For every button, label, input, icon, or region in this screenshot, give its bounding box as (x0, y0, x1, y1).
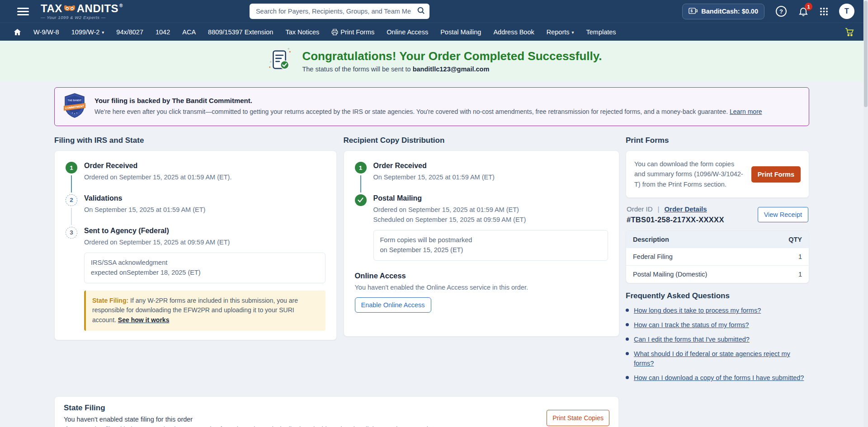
bullet-icon (626, 338, 629, 341)
nav-item-home[interactable] (14, 28, 21, 36)
order-summary-row: Order ID | Order Details #TBS01-258-217X… (627, 205, 808, 224)
recipient-step-postal-mailing: Postal Mailing Ordered on September 15, … (355, 194, 608, 261)
logo-text-andits: ANDITS (77, 3, 118, 14)
filing-heading: Filing with IRS and State (54, 136, 337, 145)
nav-item-94x8027[interactable]: 94x/8027 (116, 28, 143, 36)
banditcash-label: BanditCash: $0.00 (701, 8, 758, 15)
user-avatar[interactable]: T (839, 4, 854, 19)
faq-link-download-copy[interactable]: How can I download a copy of the forms I… (634, 373, 804, 383)
filing-step-validations: 2 Validations On September 15, 2025 at 0… (66, 194, 326, 227)
notifications-button[interactable]: 1 (798, 6, 809, 17)
nav-item-tax-notices[interactable]: Tax Notices (285, 28, 319, 36)
faq-link-track-status[interactable]: How can I track the status of my forms? (634, 320, 749, 330)
cart-button[interactable] (844, 27, 854, 37)
notification-email: banditllc123@gmail.com (413, 66, 490, 73)
commitment-title: Your filing is backed by The Bandit Comm… (94, 97, 762, 104)
main-content: THE BANDITCOMMITMENT Your filing is back… (0, 81, 868, 427)
step-number-badge: 3 (66, 227, 77, 239)
recipient-step-order-received: 1 Order Received On September 15, 2025 a… (355, 162, 608, 194)
postmark-note: Form copies will be postmarked on Septem… (373, 230, 608, 261)
online-access-section: Online Access You haven't enabled the On… (355, 272, 608, 313)
state-filing-note: State Filing: If any W-2PR forms are inc… (84, 291, 326, 331)
svg-text:$: $ (691, 9, 693, 13)
state-filing-heading: State Filing (64, 404, 459, 413)
print-state-copies-button[interactable]: Print State Copies (547, 410, 609, 426)
nav-item-address-book[interactable]: Address Book (493, 28, 534, 36)
search-icon[interactable] (417, 6, 425, 16)
filing-step-order-received: 1 Order Received Ordered on September 15… (66, 162, 326, 194)
list-item: What should I do if federal or state age… (626, 349, 809, 368)
grid-icon (820, 7, 828, 16)
filing-step-sent-to-agency: 3 Sent to Agency (Federal) Ordered on Se… (66, 227, 326, 331)
bullet-icon (626, 323, 629, 326)
list-item: How long does it take to process my form… (626, 306, 809, 315)
scrollbar-thumb[interactable] (864, 1, 868, 107)
recipient-timeline-card: 1 Order Received On September 15, 2025 a… (344, 150, 619, 337)
print-forms-column: Print Forms You can download the form co… (626, 136, 809, 388)
order-details-link[interactable]: Order Details (664, 205, 707, 213)
faq-link-rejected-forms[interactable]: What should I do if federal or state age… (634, 349, 809, 368)
filing-irs-column: Filing with IRS and State 1 Order Receiv… (54, 136, 337, 388)
nav-item-reports[interactable]: Reports▾ (547, 28, 574, 36)
filing-timeline-card: 1 Order Received Ordered on September 15… (54, 150, 337, 340)
list-item: How can I download a copy of the forms I… (626, 373, 809, 383)
taxbandits-logo[interactable]: TAX ANDITS ® — Your 1099 & W2 Experts — (41, 3, 123, 20)
step-number-badge: 1 (66, 162, 77, 174)
print-forms-card: You can download the form copies and sum… (626, 150, 809, 198)
col-description: Description (626, 231, 766, 248)
top-header: TAX ANDITS ® — Your 1099 & W2 Experts — … (0, 0, 868, 23)
nav-item-w9w8[interactable]: W-9/W-8 (33, 28, 59, 36)
enable-online-access-button[interactable]: Enable Online Access (355, 297, 431, 313)
nav-item-print-forms[interactable]: Print Forms (331, 28, 374, 36)
main-nav: W-9/W-8 1099/W-2▾ 94x/8027 1042 ACA 8809… (0, 23, 868, 41)
logo-text-tax: TAX (41, 3, 62, 14)
col-qty: QTY (766, 231, 809, 248)
online-access-heading: Online Access (355, 272, 608, 280)
help-icon: ? (775, 5, 787, 17)
vertical-scrollbar[interactable] (863, 0, 868, 427)
recipient-copy-column: Recipient Copy Distribution 1 Order Rece… (344, 136, 619, 388)
print-forms-button[interactable]: Print Forms (751, 166, 801, 183)
order-id-value: #TBS01-258-217XX-XXXXX (627, 216, 724, 224)
search-input[interactable] (256, 8, 417, 15)
nav-item-1099w2[interactable]: 1099/W-2▾ (71, 28, 104, 36)
banditcash-button[interactable]: $ BanditCash: $0.00 (682, 4, 764, 19)
help-button[interactable]: ? (775, 5, 787, 17)
view-receipt-button[interactable]: View Receipt (758, 207, 808, 222)
order-complete-document-icon (266, 46, 294, 76)
nav-item-extension[interactable]: 8809/15397 Extension (208, 28, 273, 36)
irs-acknowledgment-note: IRS/SSA acknowledgment expected onSeptem… (84, 253, 326, 283)
nav-item-online-access[interactable]: Online Access (387, 28, 428, 36)
faq-heading: Frequently Asked Questions (626, 291, 809, 300)
success-subtitle: The status of the forms will be sent to … (302, 66, 602, 73)
printer-icon (331, 29, 338, 35)
bullet-icon (626, 376, 629, 379)
list-item: Can I edit the forms that I've submitted… (626, 335, 809, 344)
see-how-it-works-link[interactable]: See how it works (118, 316, 170, 324)
order-id-label: Order ID (627, 205, 653, 213)
order-items-table: Description QTY Federal Filing 1 Postal … (626, 231, 809, 283)
global-search[interactable] (250, 4, 429, 19)
faq-link-edit-forms[interactable]: Can I edit the forms that I've submitted… (634, 335, 750, 344)
table-row: Federal Filing 1 (626, 248, 809, 266)
chevron-down-icon: ▾ (102, 30, 104, 35)
cart-icon (844, 27, 854, 37)
print-forms-heading: Print Forms (626, 136, 809, 145)
step-number-badge: 2 (66, 194, 77, 206)
faq-list: How long does it take to process my form… (626, 306, 809, 383)
learn-more-link[interactable]: Learn more (730, 108, 762, 115)
order-success-banner: Congratulations! Your Order Completed Su… (0, 41, 868, 81)
state-filing-line1: You haven't enabled state filing for thi… (64, 416, 459, 423)
apps-grid-button[interactable] (820, 7, 828, 16)
nav-item-templates[interactable]: Templates (586, 28, 616, 36)
nav-item-aca[interactable]: ACA (182, 28, 196, 36)
nav-item-postal-mailing[interactable]: Postal Mailing (440, 28, 481, 36)
nav-item-1042[interactable]: 1042 (156, 28, 170, 36)
hamburger-menu-icon[interactable] (17, 6, 29, 17)
wallet-icon: $ (689, 7, 698, 16)
home-icon (14, 28, 21, 36)
faq-link-processing-time[interactable]: How long does it take to process my form… (634, 306, 761, 315)
bandit-mask-icon (63, 3, 76, 14)
bandit-commitment-box: THE BANDITCOMMITMENT Your filing is back… (54, 87, 809, 126)
chevron-down-icon: ▾ (572, 30, 574, 35)
